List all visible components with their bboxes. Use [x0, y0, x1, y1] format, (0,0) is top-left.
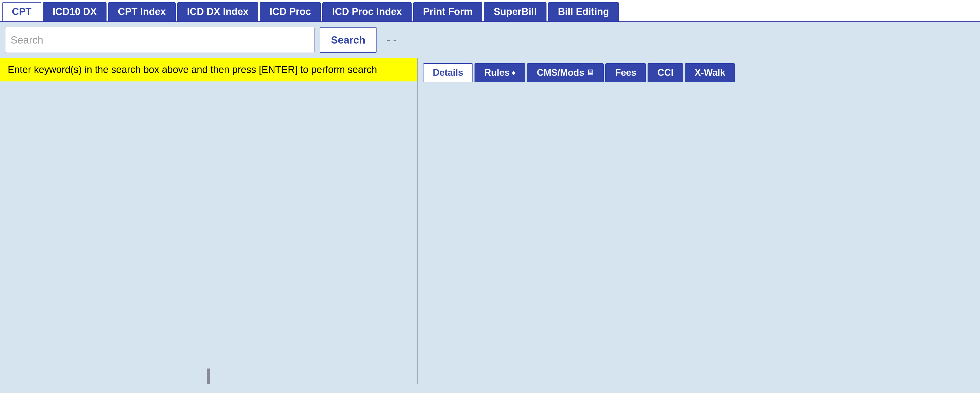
detail-tab-fees-label: Fees	[615, 67, 636, 78]
detail-tab-details-label: Details	[433, 67, 463, 78]
tab-icd-proc-index[interactable]: ICD Proc Index	[322, 2, 412, 21]
detail-tab-cci[interactable]: CCI	[648, 63, 683, 82]
tab-cpt[interactable]: CPT	[2, 2, 41, 21]
tab-icd-proc[interactable]: ICD Proc	[260, 2, 321, 21]
detail-tab-cms-mods[interactable]: CMS/Mods 🖥	[527, 63, 604, 82]
detail-tab-cci-label: CCI	[657, 67, 673, 78]
detail-tab-rules-label: Rules	[484, 67, 510, 78]
tab-bill-editing[interactable]: Bill Editing	[548, 2, 619, 21]
detail-tab-rules[interactable]: Rules ♦	[474, 63, 525, 82]
search-row: Search - -	[0, 22, 980, 58]
detail-tab-xwalk[interactable]: X-Walk	[685, 63, 735, 82]
left-panel: Enter keyword(s) in the search box above…	[0, 58, 418, 384]
cms-icon: 🖥	[586, 68, 594, 77]
detail-tabs: Details Rules ♦ CMS/Mods 🖥 Fees CCI X-Wa…	[418, 58, 980, 82]
tab-cpt-index[interactable]: CPT Index	[108, 2, 176, 21]
left-content-area	[0, 81, 417, 384]
nav-tabs: CPT ICD10 DX CPT Index ICD DX Index ICD …	[0, 0, 980, 22]
search-button[interactable]: Search	[320, 27, 377, 53]
detail-tab-details[interactable]: Details	[423, 63, 473, 82]
tab-print-form[interactable]: Print Form	[413, 2, 482, 21]
detail-tab-fees[interactable]: Fees	[605, 63, 646, 82]
detail-tab-cms-mods-label: CMS/Mods	[537, 67, 584, 78]
dash-label: - -	[387, 34, 397, 46]
tab-icd10dx[interactable]: ICD10 DX	[43, 2, 107, 21]
right-panel: Details Rules ♦ CMS/Mods 🖥 Fees CCI X-Wa…	[418, 58, 980, 384]
info-banner: Enter keyword(s) in the search box above…	[0, 58, 417, 81]
main-content: Enter keyword(s) in the search box above…	[0, 58, 980, 384]
left-scrollbar[interactable]	[207, 369, 210, 384]
search-input[interactable]	[5, 27, 315, 53]
tab-icd-dx-index[interactable]: ICD DX Index	[177, 2, 258, 21]
detail-tab-xwalk-label: X-Walk	[695, 67, 725, 78]
rules-icon: ♦	[512, 68, 515, 77]
tab-superbill[interactable]: SuperBill	[484, 2, 546, 21]
detail-content-area	[418, 82, 980, 384]
